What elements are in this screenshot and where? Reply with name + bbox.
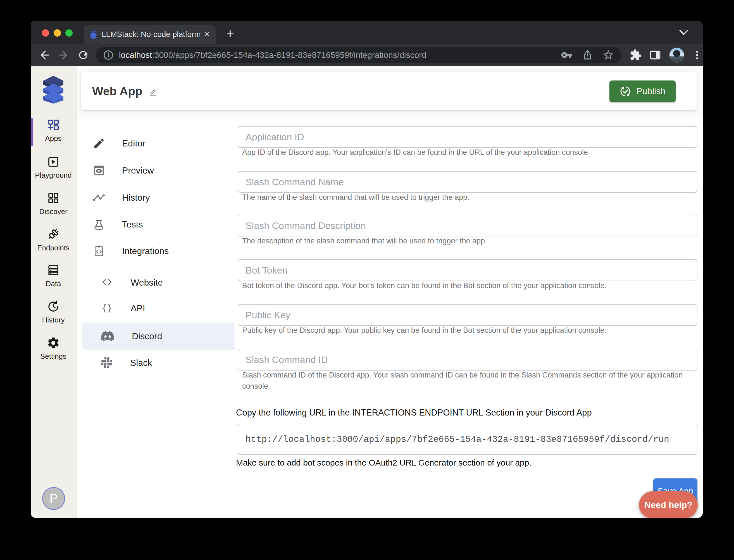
tab-integrations[interactable]: Integrations <box>92 245 169 257</box>
sidebar-item-settings[interactable]: Settings <box>31 336 76 361</box>
sidebar-item-label: Data <box>46 279 61 288</box>
tab-label: Preview <box>122 165 154 176</box>
sidebar-item-label: History <box>42 316 65 324</box>
pencil-icon <box>92 137 105 150</box>
plug-icon <box>46 227 60 241</box>
tab-search-chevron-icon[interactable] <box>678 28 689 37</box>
address-bar[interactable]: localhost:3000/apps/7bf2e665-154a-432a-8… <box>96 47 621 63</box>
page-content: Apps Playground Discover <box>31 66 703 518</box>
tab-label: Tests <box>122 219 143 230</box>
sidebar-item-label: Discover <box>39 207 67 216</box>
sidebar-item-data[interactable]: Data <box>31 264 76 288</box>
endpoint-url-box[interactable]: http://localhost:3000/api/apps/7bf2e665-… <box>238 424 697 455</box>
tab-title: LLMStack: No-code platform to <box>102 30 200 39</box>
profile-avatar[interactable] <box>669 48 684 63</box>
slideshow-icon <box>47 155 60 169</box>
preview-icon <box>92 164 105 177</box>
bot-token-field[interactable] <box>238 259 697 281</box>
subnav-label: Website <box>131 277 163 288</box>
traffic-close-button[interactable] <box>42 29 49 37</box>
menu-dots-icon[interactable] <box>692 49 703 61</box>
slash-command-id-field[interactable] <box>238 349 697 371</box>
tab-tests[interactable]: Tests <box>92 218 143 231</box>
grid-view-icon <box>47 191 60 205</box>
timeline-icon <box>92 191 105 204</box>
sidebar-item-endpoints[interactable]: Endpoints <box>31 227 76 252</box>
user-avatar[interactable]: P <box>42 487 65 510</box>
tab-editor[interactable]: Editor <box>92 137 146 150</box>
public-key-field[interactable] <box>238 304 697 326</box>
need-help-button[interactable]: Need help? <box>639 491 698 518</box>
storage-icon <box>47 264 60 277</box>
subnav-discord[interactable]: Discord <box>101 330 162 343</box>
field-helper-text: Slash command ID of the Discord app. You… <box>242 369 695 392</box>
bot-scopes-note: Make sure to add bot scopes in the OAuth… <box>236 458 531 468</box>
app-header-card: Web App Publish <box>81 72 697 110</box>
tab-label: History <box>122 193 150 203</box>
sidebar-item-discover[interactable]: Discover <box>31 191 76 216</box>
traffic-minimize-button[interactable] <box>54 29 61 37</box>
forward-icon[interactable] <box>58 49 70 61</box>
subnav-slack[interactable]: Slack <box>101 356 152 369</box>
sidebar-item-label: Playground <box>35 171 72 180</box>
traffic-zoom-button[interactable] <box>65 29 73 37</box>
back-icon[interactable] <box>38 49 50 61</box>
sidebar-item-label: Endpoints <box>37 244 70 252</box>
sidebar-item-playground[interactable]: Playground <box>31 155 76 180</box>
publish-label: Publish <box>636 86 666 96</box>
subnav-label: Slack <box>130 358 152 368</box>
subnav-label: Discord <box>132 331 162 341</box>
integration-icon <box>92 245 105 257</box>
slash-command-name-field[interactable] <box>238 171 697 193</box>
field-helper-text: App ID of the Discord app. Your applicat… <box>242 147 695 158</box>
share-icon[interactable] <box>581 49 593 61</box>
field-helper-text: Bot token of the Discord app. Your bot's… <box>242 280 695 291</box>
new-tab-button[interactable]: + <box>226 25 234 42</box>
field-helper-text: The name of the slash command that will … <box>242 192 695 203</box>
side-panel-icon[interactable] <box>649 49 661 61</box>
site-info-icon[interactable] <box>103 49 114 61</box>
gear-icon <box>47 336 60 350</box>
sidebar-item-apps[interactable]: Apps <box>31 118 76 143</box>
sidebar-item-label: Apps <box>45 134 61 143</box>
code-brackets-icon <box>101 277 113 288</box>
url-host: localhost <box>119 50 152 60</box>
tab-label: Editor <box>122 138 146 149</box>
tab-label: Integrations <box>122 246 169 256</box>
field-helper-text: Public key of the Discord app. Your publ… <box>242 325 695 336</box>
tab-close-icon[interactable]: ✕ <box>204 30 211 39</box>
publish-sync-check-icon <box>619 86 631 97</box>
sidebar-item-label: Settings <box>40 352 67 361</box>
page-title: Web App <box>92 85 143 98</box>
field-helper-text: The description of the slash command tha… <box>242 235 695 246</box>
application-id-field[interactable] <box>238 126 697 148</box>
favicon-llmstack-icon <box>89 30 98 39</box>
subnav-api[interactable]: API <box>101 302 145 315</box>
endpoint-instructions-heading: Copy the following URL in the INTERACTIO… <box>236 408 592 418</box>
url-text: localhost:3000/apps/7bf2e665-154a-432a-8… <box>119 50 556 60</box>
sidebar-item-history[interactable]: History <box>31 300 76 324</box>
tab-strip: LLMStack: No-code platform to ✕ + <box>31 21 703 44</box>
browser-tab[interactable]: LLMStack: No-code platform to ✕ <box>84 25 216 44</box>
browser-window: LLMStack: No-code platform to ✕ + localh… <box>31 21 703 518</box>
browser-toolbar: localhost:3000/apps/7bf2e665-154a-432a-8… <box>31 44 703 66</box>
dashboard-customize-icon <box>47 118 60 132</box>
password-key-icon[interactable] <box>561 49 572 61</box>
subnav-website[interactable]: Website <box>101 276 163 289</box>
edit-title-icon[interactable] <box>148 86 158 96</box>
flask-icon <box>92 218 105 231</box>
publish-button[interactable]: Publish <box>609 80 676 102</box>
extensions-puzzle-icon[interactable] <box>629 49 642 61</box>
slash-command-description-field[interactable] <box>238 215 697 236</box>
bookmark-star-icon[interactable] <box>602 49 614 61</box>
history-clock-icon <box>47 300 60 313</box>
url-path: :3000/apps/7bf2e665-154a-432a-8191-83e87… <box>152 50 426 60</box>
endpoint-url-text: http://localhost:3000/api/apps/7bf2e665-… <box>246 434 669 445</box>
reload-icon[interactable] <box>77 49 89 61</box>
curly-braces-icon <box>101 302 113 314</box>
tab-preview[interactable]: Preview <box>92 164 154 177</box>
tab-history[interactable]: History <box>92 191 150 204</box>
app-sidebar: Apps Playground Discover <box>31 66 77 518</box>
slack-icon <box>101 357 112 368</box>
llmstack-logo-icon <box>40 75 67 104</box>
